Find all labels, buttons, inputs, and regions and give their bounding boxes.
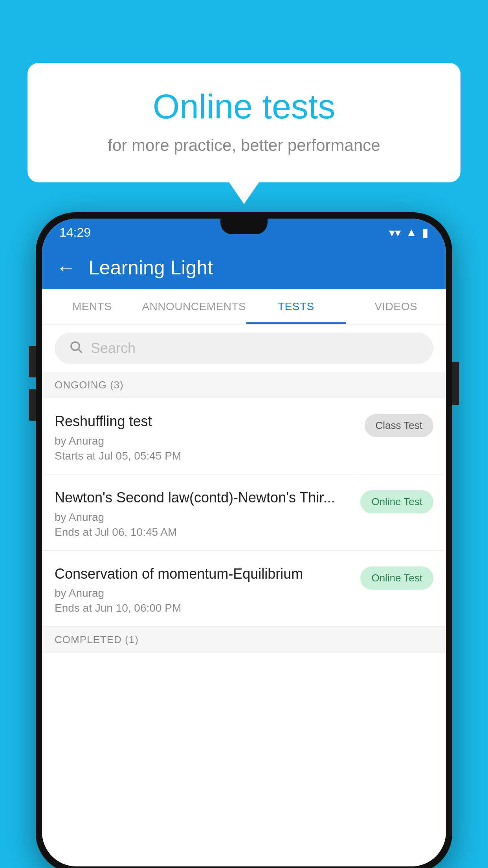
test-date-newton: Ends at Jul 06, 10:45 AM	[55, 526, 351, 539]
app-header: ← Learning Light	[42, 246, 446, 289]
test-title-reshuffling: Reshuffling test	[55, 412, 355, 431]
section-ongoing-header: ONGOING (3)	[42, 372, 446, 398]
search-container: Search	[42, 325, 446, 372]
volume-up-button	[29, 346, 36, 377]
power-button	[452, 362, 459, 405]
speech-bubble-title: Online tests	[59, 86, 429, 127]
search-bar[interactable]: Search	[55, 333, 433, 364]
svg-point-0	[71, 342, 79, 350]
tab-announcements[interactable]: ANNOUNCEMENTS	[142, 289, 246, 324]
test-title-newton: Newton's Second law(contd)-Newton's Thir…	[55, 489, 351, 507]
test-info-reshuffling: Reshuffling test by Anurag Starts at Jul…	[55, 412, 355, 462]
app-title: Learning Light	[88, 256, 213, 279]
volume-down-button	[29, 389, 36, 421]
tabs-bar: MENTS ANNOUNCEMENTS TESTS VIDEOS	[42, 289, 446, 325]
test-info-newton: Newton's Second law(contd)-Newton's Thir…	[55, 489, 351, 539]
battery-icon: ▮	[422, 226, 429, 239]
tab-videos[interactable]: VIDEOS	[346, 289, 446, 324]
test-badge-newton: Online Test	[360, 490, 433, 513]
test-author-reshuffling: by Anurag	[55, 435, 355, 447]
status-time: 14:29	[59, 225, 91, 240]
back-button[interactable]: ←	[56, 256, 76, 279]
search-icon	[69, 340, 83, 357]
test-author-newton: by Anurag	[55, 511, 351, 524]
wifi-icon: ▾▾	[389, 226, 401, 239]
phone-mockup: 14:29 ▾▾ ▲ ▮ ← Learning Light MENTS ANNO…	[36, 212, 452, 868]
search-placeholder: Search	[91, 340, 136, 357]
speech-bubble-subtitle: for more practice, better performance	[59, 136, 429, 155]
test-badge-reshuffling: Class Test	[365, 414, 433, 437]
test-date-conservation: Ends at Jun 10, 06:00 PM	[55, 602, 351, 614]
svg-line-1	[79, 349, 82, 352]
test-list: Reshuffling test by Anurag Starts at Jul…	[42, 398, 446, 866]
test-item-conservation[interactable]: Conservation of momentum-Equilibrium by …	[42, 551, 446, 627]
test-info-conservation: Conservation of momentum-Equilibrium by …	[55, 565, 351, 615]
test-author-conservation: by Anurag	[55, 587, 351, 600]
test-date-reshuffling: Starts at Jul 05, 05:45 PM	[55, 450, 355, 462]
test-title-conservation: Conservation of momentum-Equilibrium	[55, 565, 351, 583]
status-icons: ▾▾ ▲ ▮	[389, 226, 429, 239]
phone-notch	[220, 219, 268, 234]
test-item-reshuffling[interactable]: Reshuffling test by Anurag Starts at Jul…	[42, 398, 446, 474]
speech-bubble: Online tests for more practice, better p…	[28, 63, 460, 182]
signal-icon: ▲	[405, 226, 417, 239]
test-badge-conservation: Online Test	[360, 566, 433, 590]
phone-screen: 14:29 ▾▾ ▲ ▮ ← Learning Light MENTS ANNO…	[42, 219, 446, 866]
tab-ments[interactable]: MENTS	[42, 289, 142, 324]
test-item-newton[interactable]: Newton's Second law(contd)-Newton's Thir…	[42, 474, 446, 551]
section-completed-header: COMPLETED (1)	[42, 627, 446, 653]
tab-tests[interactable]: TESTS	[246, 289, 346, 324]
